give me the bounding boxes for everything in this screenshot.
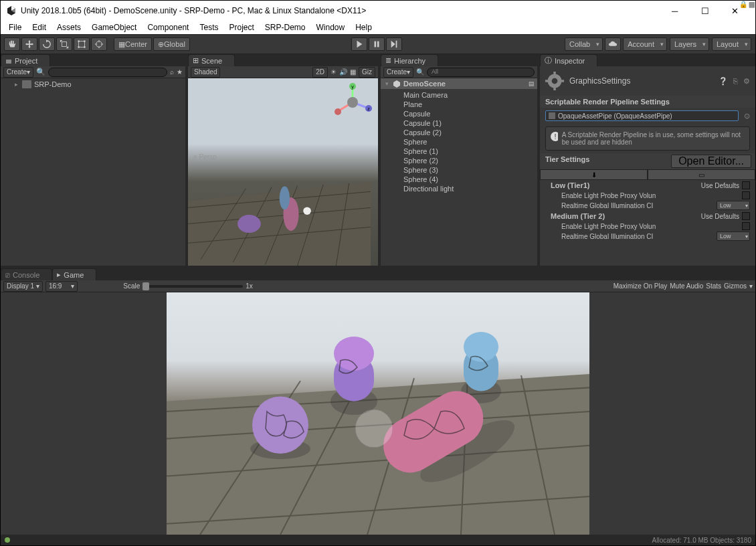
lock-icon[interactable]: 🔒 xyxy=(739,1,747,8)
menu-help[interactable]: Help xyxy=(351,21,376,33)
window-minimize-button[interactable]: ─ xyxy=(660,1,690,20)
hierarchy-search-input[interactable]: All xyxy=(427,68,535,77)
scene-menu-icon[interactable]: ▤ xyxy=(529,80,535,87)
display-dropdown[interactable]: Display 1 ▾ xyxy=(3,281,43,292)
game-tab[interactable]: ▸ Game xyxy=(52,268,96,280)
console-tab[interactable]: ⎚ Console xyxy=(1,268,52,280)
favorite-icon[interactable]: ★ xyxy=(177,68,183,76)
project-create-dropdown[interactable]: Create ▾ xyxy=(3,67,33,78)
step-button[interactable] xyxy=(386,37,402,51)
maximize-on-play-toggle[interactable]: Maximize On Play xyxy=(613,282,668,290)
fx-icon[interactable]: ▦ xyxy=(350,68,356,76)
open-editor-button[interactable]: Open Editor... xyxy=(671,155,751,168)
window-maximize-button[interactable]: ☐ xyxy=(690,1,720,20)
pivot-center-button[interactable]: ▦ Center xyxy=(114,37,152,51)
hierarchy-item[interactable]: Sphere (4) xyxy=(381,175,537,184)
property-dropdown[interactable]: Low xyxy=(717,232,750,241)
hierarchy-item[interactable]: Main Camera xyxy=(381,90,537,100)
rotate-tool-button[interactable] xyxy=(39,37,55,51)
settings-icon[interactable]: ⚙ xyxy=(743,77,750,86)
dropdown-value: Low xyxy=(720,233,731,240)
play-button[interactable] xyxy=(351,37,367,51)
svg-rect-42 xyxy=(561,80,564,82)
orientation-gizmo-icon[interactable]: y z xyxy=(333,82,373,122)
hand-tool-button[interactable] xyxy=(4,37,20,51)
hierarchy-item[interactable]: Sphere (3) xyxy=(381,165,537,175)
search-icon[interactable]: 🔍 xyxy=(36,68,45,76)
panel-menu-icon[interactable]: ▤ xyxy=(749,1,755,8)
shaded-dropdown[interactable]: Shaded xyxy=(191,67,220,78)
scene-view[interactable]: y z ≡ Persp xyxy=(188,78,378,266)
help-icon[interactable]: ❔ xyxy=(719,77,728,86)
layers-dropdown[interactable]: Layers xyxy=(670,37,709,51)
collab-dropdown[interactable]: Collab xyxy=(565,37,603,51)
stats-toggle[interactable]: Stats xyxy=(706,282,721,290)
preset-icon[interactable]: ⎘ xyxy=(733,77,738,85)
info-box: ! A Scriptable Render Pipeline is in use… xyxy=(545,126,750,151)
pivot-global-button[interactable]: ⊕ Global xyxy=(153,37,190,51)
property-checkbox[interactable] xyxy=(742,191,750,199)
hierarchy-item[interactable]: Directional light xyxy=(381,184,537,193)
lighting-icon[interactable]: ☀ xyxy=(330,68,337,76)
hierarchy-item[interactable]: Sphere xyxy=(381,137,537,147)
mode-2d-toggle[interactable]: 2D xyxy=(312,67,328,78)
perspective-label[interactable]: ≡ Persp xyxy=(193,153,217,161)
menu-assets[interactable]: Assets xyxy=(53,21,85,33)
scale-value: 1x xyxy=(246,282,253,290)
expand-caret-icon[interactable]: ▸ xyxy=(13,81,19,88)
hierarchy-item[interactable]: Plane xyxy=(381,100,537,109)
gizmos-dropdown[interactable]: Giz xyxy=(359,67,375,78)
hierarchy-tab[interactable]: ≣ Hierarchy xyxy=(381,54,438,66)
menu-file[interactable]: File xyxy=(5,21,25,33)
inspector-tab[interactable]: ⓘ Inspector xyxy=(540,54,597,66)
pause-button[interactable] xyxy=(369,37,385,51)
hierarchy-item[interactable]: Capsule xyxy=(381,109,537,118)
hierarchy-item[interactable]: Sphere (2) xyxy=(381,156,537,165)
use-defaults-checkbox[interactable] xyxy=(742,212,750,220)
gizmos-toggle[interactable]: Gizmos xyxy=(724,282,747,290)
expand-caret-icon[interactable]: ▾ xyxy=(383,80,390,87)
tier1-header: Low (Tier1) Use Defaults xyxy=(540,180,755,191)
hierarchy-item[interactable]: Capsule (2) xyxy=(381,128,537,137)
menu-tests[interactable]: Tests xyxy=(195,21,222,33)
rect-tool-button[interactable] xyxy=(74,37,90,51)
scene-tab[interactable]: ⊞ Scene xyxy=(188,54,235,66)
tier-tab-web[interactable]: ⬇ xyxy=(540,169,648,180)
menu-project[interactable]: Project xyxy=(225,21,258,33)
svg-text:y: y xyxy=(351,84,354,90)
layout-dropdown[interactable]: Layout xyxy=(712,37,751,51)
menu-window[interactable]: Window xyxy=(312,21,349,33)
menu-component[interactable]: Component xyxy=(143,21,193,33)
object-picker-icon[interactable]: ⊙ xyxy=(744,112,755,120)
scale-slider[interactable] xyxy=(143,285,243,288)
use-defaults-checkbox[interactable] xyxy=(742,181,750,189)
tier-tab-standalone[interactable]: ▭ xyxy=(648,169,755,180)
svg-rect-39 xyxy=(553,72,556,75)
main-menu-bar: File Edit Assets GameObject Component Te… xyxy=(1,21,755,34)
hierarchy-item[interactable]: Capsule (1) xyxy=(381,118,537,128)
mute-audio-toggle[interactable]: Mute Audio xyxy=(670,282,703,290)
property-checkbox[interactable] xyxy=(742,222,750,230)
scale-tool-button[interactable] xyxy=(56,37,72,51)
game-view[interactable] xyxy=(1,292,755,535)
move-tool-button[interactable] xyxy=(21,37,37,51)
filter-icon[interactable]: ⌕ xyxy=(170,68,174,76)
project-tab[interactable]: Project xyxy=(1,54,50,66)
aspect-dropdown[interactable]: 16:9 ▾ xyxy=(45,281,78,292)
audio-icon[interactable]: 🔊 xyxy=(339,68,347,76)
project-folder-row[interactable]: ▸ SRP-Demo xyxy=(1,80,185,89)
menu-gameobject[interactable]: GameObject xyxy=(88,21,140,33)
hierarchy-create-dropdown[interactable]: Create ▾ xyxy=(383,67,413,78)
inspector-header: GraphicsSettings ❔ ⎘ ⚙ xyxy=(540,66,755,96)
hierarchy-scene-row[interactable]: ▾ DemoScene ▤ xyxy=(381,78,537,89)
menu-edit[interactable]: Edit xyxy=(28,21,50,33)
bottom-tab-header: ⎚ Console ▸ Game ▤ xyxy=(1,268,755,280)
project-search-input[interactable] xyxy=(48,68,167,77)
property-dropdown[interactable]: Low xyxy=(717,201,750,210)
pipeline-asset-field[interactable]: OpaqueAssetPipe (OpaqueAssetPipe) xyxy=(545,110,739,121)
menu-srp-demo[interactable]: SRP-Demo xyxy=(261,21,310,33)
hierarchy-item[interactable]: Sphere (1) xyxy=(381,147,537,156)
account-dropdown[interactable]: Account xyxy=(623,37,667,51)
cloud-button[interactable] xyxy=(605,37,621,51)
transform-tool-button[interactable] xyxy=(91,37,107,51)
